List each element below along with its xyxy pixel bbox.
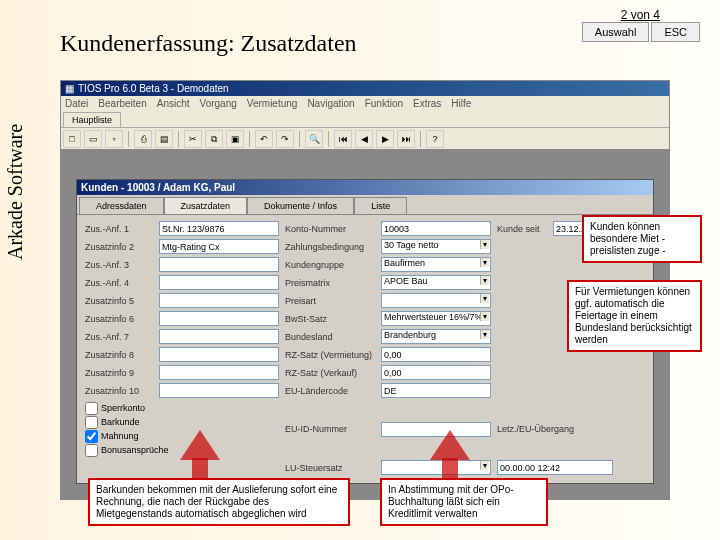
auswahl-button[interactable]: Auswahl xyxy=(582,22,650,42)
tb-print-icon[interactable]: ⎙ xyxy=(134,130,152,148)
input-zusatz7[interactable] xyxy=(159,329,279,344)
menu-item[interactable]: Navigation xyxy=(307,98,354,109)
label-zusatz4: Zus.-Anf. 4 xyxy=(85,278,153,288)
toolbar-separator xyxy=(178,131,179,147)
tab-zusatzdaten[interactable]: Zusatzdaten xyxy=(164,197,248,214)
tb-prev-icon[interactable]: ◀ xyxy=(355,130,373,148)
window-title: TIOS Pro 6.0 Beta 3 - Demodaten xyxy=(78,83,229,94)
menubar: Datei Bearbeiten Ansicht Vorgang Vermiet… xyxy=(61,96,669,111)
input-rzmiet[interactable] xyxy=(381,347,491,362)
cb-sperrkonto-label: Sperrkonto xyxy=(101,401,145,415)
tb-cut-icon[interactable]: ✂ xyxy=(184,130,202,148)
label-rzmiet: RZ-Satz (Vermietung) xyxy=(285,350,375,360)
tb-undo-icon[interactable]: ↶ xyxy=(255,130,273,148)
toolbar-separator xyxy=(249,131,250,147)
app-icon: ▦ xyxy=(65,83,74,94)
tb-next-icon[interactable]: ▶ xyxy=(376,130,394,148)
tb-first-icon[interactable]: ⏮ xyxy=(334,130,352,148)
tab-dokumente[interactable]: Dokumente / Infos xyxy=(247,197,354,214)
callout-kreditlimit: In Abstimmung mit der OPo-Buchhaltung lä… xyxy=(380,478,548,526)
top-buttons: Auswahl ESC xyxy=(582,22,700,42)
input-letzteu[interactable] xyxy=(497,460,613,475)
select-zahlbed[interactable]: 30 Tage netto xyxy=(381,239,491,254)
callout-barkunde: Barkunden bekommen mit der Auslieferung … xyxy=(88,478,350,526)
input-rzverk[interactable] xyxy=(381,365,491,380)
brand-label: Arkade Software xyxy=(4,124,27,260)
cb-mahnung-label: Mahnung xyxy=(101,429,139,443)
label-bws: BwSt-Satz xyxy=(285,314,375,324)
window-tab-row: Hauptliste xyxy=(61,111,669,128)
toolbar: □ ▭ ▫ ⎙ ▤ ✂ ⧉ ▣ ↶ ↷ 🔍 ⏮ ◀ ▶ ⏭ ? xyxy=(61,128,669,151)
label-konto: Konto-Nummer xyxy=(285,224,375,234)
tb-copy-icon[interactable]: ⧉ xyxy=(205,130,223,148)
toolbar-separator xyxy=(299,131,300,147)
tb-last-icon[interactable]: ⏭ xyxy=(397,130,415,148)
input-zusatz3[interactable] xyxy=(159,257,279,272)
cb-bonus[interactable] xyxy=(85,444,98,457)
label-euid: EU-ID-Nummer xyxy=(285,424,375,434)
tab-main[interactable]: Hauptliste xyxy=(63,112,121,127)
input-zusatz10[interactable] xyxy=(159,383,279,398)
input-konto[interactable] xyxy=(381,221,491,236)
input-zusatz9[interactable] xyxy=(159,365,279,380)
select-lusteu[interactable] xyxy=(381,460,491,475)
input-zusatz1[interactable] xyxy=(159,221,279,236)
cb-barkunde-label: Barkunde xyxy=(101,415,140,429)
menu-item[interactable]: Ansicht xyxy=(157,98,190,109)
label-letzteu: Letz./EU-Übergang xyxy=(497,424,613,434)
select-preisart[interactable] xyxy=(381,293,491,308)
label-zusatz9: Zusatzinfo 9 xyxy=(85,368,153,378)
tab-liste[interactable]: Liste xyxy=(354,197,407,214)
menu-item[interactable]: Vorgang xyxy=(200,98,237,109)
menu-item[interactable]: Bearbeiten xyxy=(98,98,146,109)
menu-item[interactable]: Vermietung xyxy=(247,98,298,109)
tb-help-icon[interactable]: ? xyxy=(426,130,444,148)
input-zusatz2[interactable] xyxy=(159,239,279,254)
tb-open-icon[interactable]: ▭ xyxy=(84,130,102,148)
label-zusatz10: Zusatzinfo 10 xyxy=(85,386,153,396)
label-lusteu: LU-Steuersatz xyxy=(285,463,375,473)
child-tabs: Adressdaten Zusatzdaten Dokumente / Info… xyxy=(77,195,653,215)
label-kundeseit: Kunde seit xyxy=(497,224,547,234)
form-area: Zus.-Anf. 1 Konto-Nummer Kunde seit Zusa… xyxy=(77,215,653,499)
label-zusatz5: Zusatzinfo 5 xyxy=(85,296,153,306)
menu-item[interactable]: Datei xyxy=(65,98,88,109)
label-bland: Bundesland xyxy=(285,332,375,342)
tb-new-icon[interactable]: □ xyxy=(63,130,81,148)
label-zusatz1: Zus.-Anf. 1 xyxy=(85,224,153,234)
label-rzverk: RZ-Satz (Verkauf) xyxy=(285,368,375,378)
menu-item[interactable]: Extras xyxy=(413,98,441,109)
input-zusatz6[interactable] xyxy=(159,311,279,326)
slide-title: Kundenerfassung: Zusatzdaten xyxy=(60,30,357,57)
cb-sperrkonto[interactable] xyxy=(85,402,98,415)
callout-preisliste: Kunden können besondere Miet - preislist… xyxy=(582,215,702,263)
child-window-title: Kunden - 10003 / Adam KG, Paul xyxy=(77,180,653,195)
tb-paste-icon[interactable]: ▣ xyxy=(226,130,244,148)
input-zusatz4[interactable] xyxy=(159,275,279,290)
page-counter: 2 von 4 xyxy=(621,8,660,22)
esc-button[interactable]: ESC xyxy=(651,22,700,42)
window-titlebar: ▦ TIOS Pro 6.0 Beta 3 - Demodaten xyxy=(61,81,669,96)
select-kgruppe[interactable]: Baufirmen xyxy=(381,257,491,272)
cb-barkunde[interactable] xyxy=(85,416,98,429)
cb-bonus-label: Bonusansprüche xyxy=(101,443,169,457)
input-eulang[interactable] xyxy=(381,383,491,398)
label-zusatz2: Zusatzinfo 2 xyxy=(85,242,153,252)
label-zusatz6: Zusatzinfo 6 xyxy=(85,314,153,324)
select-bland[interactable]: Brandenburg xyxy=(381,329,491,344)
input-zusatz5[interactable] xyxy=(159,293,279,308)
tab-adressdaten[interactable]: Adressdaten xyxy=(79,197,164,214)
select-bws[interactable]: Mehrwertsteuer 16%/7% xyxy=(381,311,491,326)
tb-search-icon[interactable]: 🔍 xyxy=(305,130,323,148)
tb-preview-icon[interactable]: ▤ xyxy=(155,130,173,148)
cb-mahnung[interactable] xyxy=(85,430,98,443)
select-preisliste[interactable]: APOE Bau xyxy=(381,275,491,290)
tb-save-icon[interactable]: ▫ xyxy=(105,130,123,148)
input-zusatz8[interactable] xyxy=(159,347,279,362)
menu-item[interactable]: Funktion xyxy=(365,98,403,109)
menu-item[interactable]: Hilfe xyxy=(451,98,471,109)
label-preisart: Preisart xyxy=(285,296,375,306)
tb-redo-icon[interactable]: ↷ xyxy=(276,130,294,148)
toolbar-separator xyxy=(420,131,421,147)
toolbar-separator xyxy=(328,131,329,147)
